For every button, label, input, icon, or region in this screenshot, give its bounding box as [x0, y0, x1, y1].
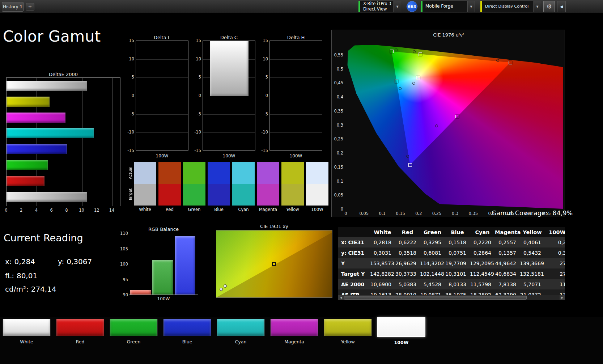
actual-row-label: Actual: [128, 162, 133, 184]
y-tick-label: 5: [190, 75, 201, 80]
patch-button-blue[interactable]: Blue: [163, 319, 211, 345]
collapse-panel-button[interactable]: ◀: [557, 1, 566, 12]
scroll-left-icon[interactable]: ◀: [338, 295, 344, 300]
scroll-right-icon[interactable]: ▶: [560, 295, 565, 300]
table-cell: 0,2220: [470, 240, 495, 245]
target-swatch: [134, 184, 156, 206]
gridline: [203, 132, 255, 133]
chart-plot-area: Gamut Coverage:84,9%: [346, 41, 563, 209]
gridline: [97, 78, 97, 206]
cie1976-chart-panel: CIE 1976 u'v' 00,050,10,150,20,250,30,35…: [331, 30, 565, 217]
x-tick-label: 0,55: [541, 211, 551, 216]
table-cell: 27: [545, 271, 565, 277]
target-swatch: [208, 184, 230, 206]
table-column-header-green: Green: [420, 229, 445, 235]
x-tick-label: 8: [61, 208, 72, 213]
swatch-column-cyan: Cyan: [232, 162, 255, 215]
y-tick-label: 10: [257, 56, 268, 62]
gridline: [270, 59, 322, 60]
table-cell: 0,2864: [470, 250, 495, 256]
display-control-selector[interactable]: Direct Display Control: [480, 1, 534, 12]
target-swatch: [232, 184, 255, 206]
patch-button-yellow[interactable]: Yellow: [324, 319, 372, 345]
y-tick-label: 110: [117, 231, 128, 236]
x-tick-label: 0,15: [395, 211, 405, 216]
table-cell: 10,3101: [445, 271, 470, 277]
measured-marker-green: [395, 48, 398, 51]
patch-color-swatch: [110, 319, 158, 336]
x-tick-label: 0,25: [432, 211, 442, 216]
meter-count-badge[interactable]: 663: [407, 1, 417, 12]
table-cell: 142,8282: [370, 271, 395, 277]
patch-button-green[interactable]: Green: [110, 319, 158, 345]
patch-button-white[interactable]: White: [3, 319, 51, 345]
target-row-label: Target: [128, 184, 133, 206]
y-tick-label: -5: [257, 111, 268, 117]
patch-color-swatch: [217, 319, 265, 336]
x-tick-label: 0,1: [377, 211, 387, 216]
patch-button-cyan[interactable]: Cyan: [217, 319, 265, 345]
table-cell: 30,3733: [395, 271, 420, 277]
table-scrollbar[interactable]: ◀ ▶: [338, 295, 565, 300]
chart-title: Delta L: [136, 35, 188, 40]
x-axis-labels: 00,050,10,150,20,250,30,350,40,450,50,55: [346, 211, 565, 216]
x-tick-label: 0,4: [487, 211, 497, 216]
table-row: Target Y142,828230,3733102,144810,310111…: [338, 268, 565, 279]
x-tick-label: 0,05: [359, 211, 369, 216]
settings-button[interactable]: ⚙: [543, 1, 555, 12]
reading-x: x:0,284: [5, 257, 35, 266]
patch-button-red[interactable]: Red: [56, 319, 104, 345]
add-tab-button[interactable]: +: [26, 3, 34, 10]
gridline: [67, 78, 67, 206]
source-selector[interactable]: Mobile Forge: [420, 1, 467, 12]
x-tick-label: 10: [77, 208, 87, 213]
y-tick-label: 0,5: [332, 67, 343, 72]
y-tick-label: 0,2: [332, 151, 343, 156]
chart-title: DeltaE 2000: [6, 72, 120, 77]
table-cell: 0,3: [545, 250, 565, 256]
meter-selector[interactable]: X-Rite i1Pro 3 Direct View: [358, 1, 394, 12]
patch-color-swatch: [56, 319, 104, 336]
y-tick-label: 95: [117, 277, 128, 282]
x-tick-label: 0: [341, 211, 351, 216]
x-axis-label: 100W: [269, 153, 322, 158]
measured-marker-cyan: [399, 87, 402, 90]
gridline: [270, 77, 322, 78]
measurement-table: WhiteRedGreenBlueCyanMagentaYellow100W x…: [338, 227, 565, 300]
table-cell: 0,3295: [420, 240, 445, 245]
y-tick-label: 5: [257, 75, 268, 80]
chart-plot-area: [203, 41, 255, 151]
swatch-label: 100W: [305, 207, 330, 212]
rgb-bar-green: [152, 260, 173, 295]
patch-button-100w[interactable]: 100W: [377, 317, 425, 343]
target-swatch: [183, 184, 205, 206]
table-body: x: CIE310,28180,62220,32950,15180,22200,…: [338, 237, 565, 300]
chart-title: RGB Balance: [129, 227, 198, 232]
y-tick-label: 0,55: [332, 52, 343, 58]
target-marker-white: [416, 76, 420, 80]
delta-chart-delta-l: Delta L151050-5-10-15100W: [123, 35, 189, 161]
actual-swatch: [158, 162, 181, 184]
patch-button-magenta[interactable]: Magenta: [270, 319, 318, 345]
display-control-dropdown-chevron-icon[interactable]: ▼: [534, 1, 541, 12]
source-dropdown-chevron-icon[interactable]: ▼: [467, 1, 475, 12]
y-tick-label: 0,4: [332, 94, 343, 100]
x-tick-label: 0,45: [505, 211, 515, 216]
gridline: [136, 77, 188, 78]
table-cell: 7,8138: [495, 282, 520, 287]
scrollbar-thumb[interactable]: [344, 296, 527, 300]
x-tick-label: 4: [31, 208, 41, 213]
y-tick-label: 0,05: [332, 192, 343, 198]
rgb-balance-chart: RGB Balance 1101051009590 100W: [119, 227, 203, 303]
patch-label: Magenta: [270, 339, 318, 344]
table-cell: 0,6081: [420, 250, 445, 256]
history-tab[interactable]: History 1: [2, 2, 24, 12]
actual-swatch: [281, 162, 304, 184]
x-tick-label: 2: [16, 208, 26, 213]
swatch-column-100w: 100W: [306, 162, 328, 215]
meter-dropdown-chevron-icon[interactable]: ▼: [394, 1, 401, 12]
x-tick-label: 0,3: [450, 211, 460, 216]
actual-swatch: [257, 162, 279, 184]
patch-color-swatch: [377, 317, 425, 337]
page-title: Color Gamut: [3, 27, 101, 45]
